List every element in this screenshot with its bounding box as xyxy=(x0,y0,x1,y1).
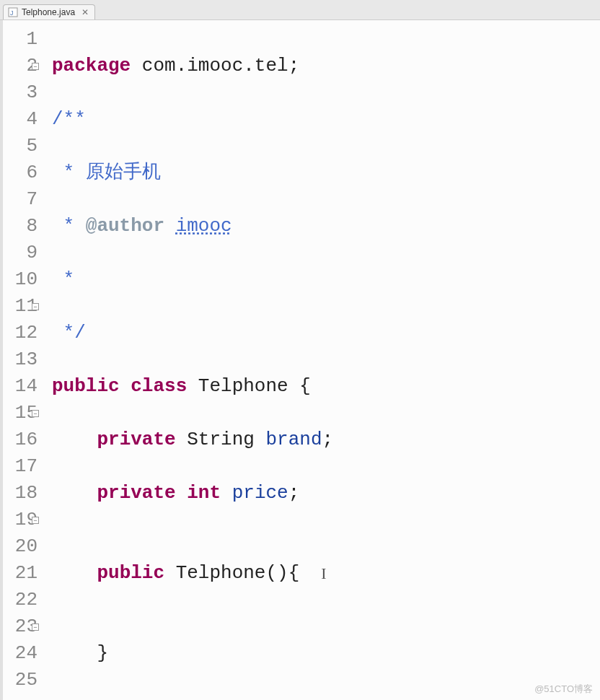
fold-icon[interactable]: − xyxy=(32,63,39,70)
line-number: 24 xyxy=(6,640,38,667)
fold-icon[interactable]: − xyxy=(32,624,39,631)
line-number: 21 xyxy=(6,560,38,587)
code-line: * 原始手机 xyxy=(52,159,502,186)
line-number: 12 xyxy=(6,320,38,346)
line-number: 9 xyxy=(6,240,38,266)
line-number: 18 xyxy=(6,480,38,507)
line-number: 11− xyxy=(6,293,38,320)
line-number-gutter: 1 2− 3 4 5 6 7 8 9 10 11− 12 13 14 15− 1… xyxy=(3,20,43,700)
line-number: 16 xyxy=(6,426,38,453)
line-number: 17 xyxy=(6,453,38,480)
line-number: 3 xyxy=(6,79,38,106)
line-number: 8 xyxy=(6,213,38,240)
line-number: 5 xyxy=(6,133,38,159)
editor-tab[interactable]: J Telphone.java ✕ xyxy=(3,4,95,19)
line-number: 1 xyxy=(6,26,38,53)
tab-bar: J Telphone.java ✕ xyxy=(0,0,600,20)
line-number: 6 xyxy=(6,159,38,186)
code-line: public Telphone(){I xyxy=(52,560,502,587)
code-line: * xyxy=(52,266,502,293)
code-line: public class Telphone { xyxy=(52,373,502,400)
watermark: @51CTO博客 xyxy=(534,683,593,696)
text-cursor-icon: I xyxy=(321,560,326,587)
close-icon[interactable]: ✕ xyxy=(81,7,89,17)
java-file-icon: J xyxy=(8,7,18,17)
code-area[interactable]: package com.imooc.tel; /** * 原始手机 * @aut… xyxy=(43,20,502,700)
line-number: 22 xyxy=(6,587,38,613)
line-number: 14 xyxy=(6,373,38,400)
line-number: 25 xyxy=(6,667,38,694)
code-line: package com.imooc.tel; xyxy=(52,53,502,79)
code-editor[interactable]: 1 2− 3 4 5 6 7 8 9 10 11− 12 13 14 15− 1… xyxy=(0,20,600,700)
line-number: 4 xyxy=(6,106,38,133)
tab-filename: Telphone.java xyxy=(22,7,75,17)
fold-icon[interactable]: − xyxy=(32,303,39,310)
line-number: 13 xyxy=(6,346,38,373)
line-number: 19− xyxy=(6,507,38,533)
line-number: 10 xyxy=(6,266,38,293)
code-line: private int price; xyxy=(52,480,502,507)
line-number: 7 xyxy=(6,186,38,213)
line-number: 20 xyxy=(6,533,38,560)
line-number: 2− xyxy=(6,53,38,79)
fold-icon[interactable]: − xyxy=(32,410,39,417)
fold-icon[interactable]: − xyxy=(32,517,39,524)
code-line: /** xyxy=(52,106,502,133)
code-line: */ xyxy=(52,320,502,346)
code-line: * @author imooc xyxy=(52,213,502,240)
code-line: private String brand; xyxy=(52,426,502,453)
line-number: 23− xyxy=(6,613,38,640)
code-line: } xyxy=(52,640,502,667)
line-number: 15− xyxy=(6,400,38,426)
svg-text:J: J xyxy=(10,9,14,17)
